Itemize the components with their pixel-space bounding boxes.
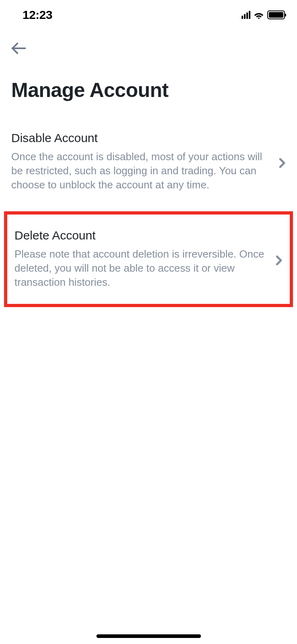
option-disable-account[interactable]: Disable Account Once the account is disa… (0, 124, 297, 203)
status-bar: 12:23 (0, 0, 297, 24)
cellular-signal-icon (242, 11, 250, 19)
options-list: Disable Account Once the account is disa… (0, 102, 297, 307)
chevron-right-icon (276, 256, 283, 267)
page-title: Manage Account (0, 56, 297, 102)
back-button[interactable] (11, 40, 27, 56)
status-time: 12:23 (23, 8, 52, 22)
option-title: Delete Account (14, 229, 268, 242)
arrow-left-icon (11, 42, 26, 54)
home-indicator (96, 634, 201, 638)
nav-bar (0, 24, 297, 56)
battery-icon (267, 10, 285, 19)
chevron-right-icon (279, 158, 286, 169)
option-description: Please note that account deletion is irr… (14, 247, 268, 289)
option-content: Delete Account Please note that account … (14, 229, 276, 289)
option-content: Disable Account Once the account is disa… (11, 131, 279, 192)
option-delete-account[interactable]: Delete Account Please note that account … (4, 211, 293, 307)
wifi-icon (254, 11, 264, 19)
option-description: Once the account is disabled, most of yo… (11, 150, 271, 192)
status-icons-group (242, 10, 285, 19)
option-title: Disable Account (11, 131, 271, 145)
